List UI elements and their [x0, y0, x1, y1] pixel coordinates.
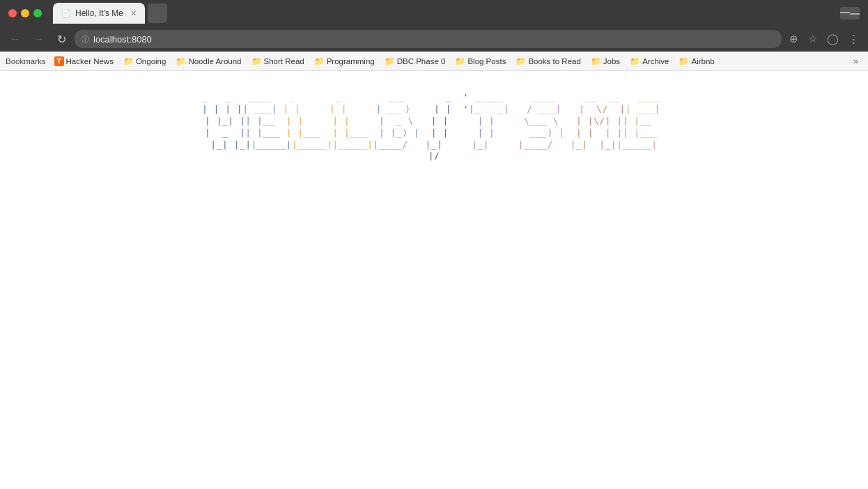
- bookmark-hacker-news[interactable]: Y Hacker News: [50, 55, 118, 68]
- main-content: _ _ ____ _ _ ___ _ ' _____ ____ __ __ __…: [0, 71, 868, 489]
- title-bar: 📄 Hello, It's Me ✕: [0, 0, 868, 26]
- back-button[interactable]: ←: [6, 31, 25, 47]
- window-control: [840, 7, 860, 20]
- bookmark-name: Blog Posts: [467, 57, 506, 65]
- ycombinator-icon: Y: [54, 56, 64, 66]
- bookmark-books[interactable]: 📁 Books to Read: [511, 55, 584, 68]
- bookmarks-label: Bookmarks: [6, 57, 46, 65]
- bookmark-name: Ongoing: [136, 57, 166, 65]
- new-tab-area: [148, 3, 167, 23]
- tab-page-icon: 📄: [61, 9, 71, 18]
- window-controls-extra: [840, 7, 860, 20]
- folder-icon: 📁: [176, 56, 186, 66]
- bookmarks-more-button[interactable]: »: [849, 54, 862, 68]
- ascii-art-title: _ _ ____ _ _ ___ _ ' _____ ____ __ __ __…: [162, 92, 707, 162]
- folder-icon: 📁: [123, 56, 134, 66]
- bookmark-programming[interactable]: 📁 Programming: [310, 55, 379, 68]
- refresh-button[interactable]: ↻: [53, 31, 70, 47]
- zoom-button[interactable]: ⊕: [786, 31, 802, 47]
- forward-button[interactable]: →: [29, 31, 49, 47]
- bookmarks-bar: Bookmarks Y Hacker News 📁 Ongoing 📁 Nood…: [0, 52, 868, 71]
- more-button[interactable]: ⋮: [845, 31, 862, 47]
- bookmark-noodle-around[interactable]: 📁 Noodle Around: [171, 55, 245, 68]
- tab-close-button[interactable]: ✕: [130, 9, 137, 18]
- bookmark-blog-posts[interactable]: 📁 Blog Posts: [451, 55, 510, 68]
- bookmark-name: Books to Read: [528, 57, 580, 65]
- bookmark-ongoing[interactable]: 📁 Ongoing: [119, 55, 170, 68]
- folder-icon: 📁: [679, 56, 689, 66]
- bookmark-name: Archive: [642, 57, 669, 65]
- tab-bar: 📄 Hello, It's Me ✕: [53, 3, 835, 24]
- bookmark-jobs[interactable]: 📁 Jobs: [587, 55, 624, 68]
- folder-icon: 📁: [630, 56, 640, 66]
- minimize-button[interactable]: [21, 9, 29, 17]
- folder-icon: 📁: [385, 56, 395, 66]
- address-bar[interactable]: ⓘ localhost:8080: [75, 30, 782, 48]
- bookmark-airbnb[interactable]: 📁 Airbnb: [674, 55, 718, 68]
- maximize-button[interactable]: [33, 9, 42, 17]
- folder-icon: 📁: [251, 56, 262, 66]
- star-button[interactable]: ☆: [805, 31, 821, 47]
- url-text: localhost:8080: [93, 34, 775, 45]
- active-tab[interactable]: 📄 Hello, It's Me ✕: [53, 3, 145, 24]
- folder-icon: 📁: [591, 56, 601, 66]
- traffic-lights: [8, 9, 42, 17]
- bookmark-name: Airbnb: [691, 57, 714, 65]
- tab-title: Hello, It's Me: [75, 8, 123, 18]
- close-button[interactable]: [8, 9, 17, 17]
- folder-icon: 📁: [314, 56, 325, 66]
- bookmark-dbc[interactable]: 📁 DBC Phase 0: [380, 55, 450, 68]
- bookmark-name: Hacker News: [66, 57, 114, 65]
- bookmark-name: DBC Phase 0: [397, 57, 446, 65]
- lock-icon: ⓘ: [82, 34, 89, 45]
- folder-icon: 📁: [455, 56, 465, 66]
- bookmark-name: Noodle Around: [188, 57, 241, 65]
- bookmark-name: Programming: [327, 57, 375, 65]
- nav-actions: ⊕ ☆ ◯ ⋮: [786, 31, 862, 47]
- bookmark-name: Short Read: [264, 57, 304, 65]
- cast-button[interactable]: ◯: [823, 31, 842, 47]
- bookmark-archive[interactable]: 📁 Archive: [626, 55, 673, 68]
- folder-icon: 📁: [516, 56, 526, 66]
- bookmark-short-read[interactable]: 📁 Short Read: [247, 55, 309, 68]
- nav-bar: ← → ↻ ⓘ localhost:8080 ⊕ ☆ ◯ ⋮: [0, 26, 868, 52]
- bookmark-name: Jobs: [603, 57, 620, 65]
